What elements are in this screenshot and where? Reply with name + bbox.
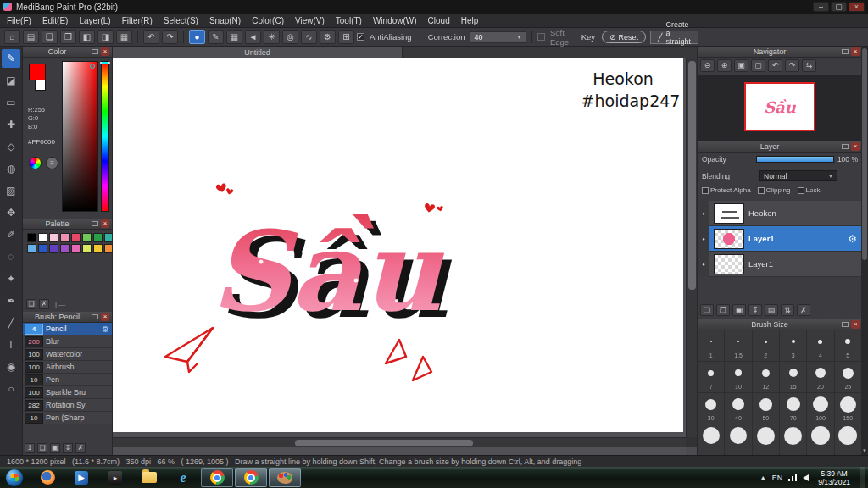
pen-tool-icon[interactable]: ✒ <box>2 291 20 310</box>
palette-swatch[interactable] <box>49 244 58 253</box>
layer-item-selected[interactable]: ● Layer1 ⚙ <box>698 226 862 252</box>
palette-swatch[interactable] <box>60 233 70 242</box>
color-slider-icon[interactable]: ≡ <box>46 157 58 169</box>
redo-icon[interactable]: ↷ <box>162 30 178 44</box>
rotate-right-icon[interactable]: ↷ <box>785 59 799 72</box>
text-tool-icon[interactable]: T <box>2 336 20 354</box>
scroll-down-icon[interactable]: ▼ <box>861 446 868 455</box>
right-panel-scrollbar[interactable]: ▼ <box>861 47 868 455</box>
snap-cross-icon[interactable]: ✳ <box>264 30 280 44</box>
bucket-tool-icon[interactable]: ◍ <box>2 159 20 178</box>
line-tool-icon[interactable]: ╱ <box>2 313 20 332</box>
popout-icon[interactable] <box>92 221 98 226</box>
palette-swatch[interactable] <box>104 244 112 253</box>
eraser-tool-icon[interactable]: ◪ <box>2 71 20 90</box>
brush-size-option[interactable]: 15 <box>780 362 807 393</box>
brush-size-option[interactable] <box>698 424 725 455</box>
taskbar-ie-button[interactable]: e <box>167 468 199 487</box>
palette-swatch[interactable] <box>71 233 81 242</box>
palette-swatch[interactable] <box>82 244 92 253</box>
gradient-tool-icon[interactable]: ▨ <box>2 181 20 200</box>
popout-icon[interactable] <box>92 314 98 319</box>
sv-marker[interactable] <box>90 64 95 69</box>
taskbar-explorer-button[interactable] <box>133 468 165 487</box>
brush-size-option[interactable]: 50 <box>753 393 780 424</box>
menu-item-help[interactable]: Help <box>461 16 479 25</box>
straight-line-button[interactable]: ╱ Create a straight line <box>650 30 698 44</box>
brush-tool-icon[interactable]: ✎ <box>2 49 20 68</box>
menu-item-tool[interactable]: Tool(T) <box>336 16 362 25</box>
language-indicator[interactable]: EN <box>772 474 783 482</box>
comment-icon[interactable]: ❐ <box>60 30 76 44</box>
brush-size-option[interactable]: 3 <box>780 330 807 362</box>
panel-left-icon[interactable]: ◧ <box>79 30 95 44</box>
palette-swatch[interactable] <box>82 233 92 242</box>
brush-size-option[interactable]: 7 <box>698 362 725 393</box>
rotate-left-icon[interactable]: ↶ <box>768 59 782 72</box>
brush-size-option[interactable]: 12 <box>753 362 780 393</box>
menu-item-cloud[interactable]: Cloud <box>428 16 450 25</box>
panel-right-icon[interactable]: ◨ <box>97 30 114 44</box>
brush-size-option[interactable]: 30 <box>698 393 725 424</box>
brush-size-option[interactable]: 10 <box>725 362 752 393</box>
brush-size-option[interactable]: 1 <box>698 330 725 362</box>
menu-item-file[interactable]: File(F) <box>7 16 31 25</box>
soft-edge-checkbox[interactable] <box>537 33 545 41</box>
layer-folder-icon[interactable]: ▣ <box>732 304 746 316</box>
move-tool-icon[interactable]: ✚ <box>2 115 20 134</box>
palette-swatch[interactable] <box>71 244 81 253</box>
brush-size-option[interactable]: 40 <box>725 393 752 424</box>
palette-swatch[interactable] <box>49 233 58 242</box>
snap-settings-icon[interactable]: ⚙ <box>320 30 336 44</box>
scrollbar-thumb[interactable] <box>688 61 696 290</box>
foreground-color-swatch[interactable] <box>29 64 46 80</box>
background-color-swatch[interactable] <box>35 80 46 91</box>
palette-swatch[interactable] <box>60 244 70 253</box>
brush-size-option[interactable]: 2 <box>753 330 780 362</box>
brush-size-option[interactable] <box>835 424 862 455</box>
brush-list-item[interactable]: 100 Sparkle Bru <box>23 386 112 399</box>
save-icon[interactable]: ▤ <box>23 30 39 44</box>
blending-dropdown[interactable]: Normal ▼ <box>760 170 837 181</box>
popout-icon[interactable] <box>842 144 849 149</box>
brush-list-item[interactable]: 100 Watercolor <box>23 348 112 361</box>
brush-folder-icon[interactable]: ▣ <box>50 443 60 453</box>
close-icon[interactable]: × <box>101 313 109 321</box>
eyedropper-tool-icon[interactable]: ◉ <box>2 358 20 376</box>
menu-item-color[interactable]: Color(C) <box>252 16 284 25</box>
minimize-button[interactable]: – <box>813 2 829 12</box>
brush-size-option[interactable]: 5 <box>835 330 862 362</box>
brush-size-option[interactable]: 20 <box>807 362 834 393</box>
fit-window-icon[interactable]: ▢ <box>751 59 765 72</box>
zoom-out-icon[interactable]: ⊖ <box>700 59 715 72</box>
download-brush-icon[interactable]: ↧ <box>63 443 73 453</box>
maximize-button[interactable]: ▢ <box>831 2 847 12</box>
show-hidden-icons[interactable]: ▲ <box>760 474 766 480</box>
clock[interactable]: 5:39 AM 9/13/2021 <box>815 469 854 486</box>
canvas-horizontal-scrollbar[interactable] <box>113 437 686 447</box>
antialiasing-checkbox[interactable]: ✓ <box>357 33 364 41</box>
feedback-icon[interactable]: ❏ <box>42 30 58 44</box>
brush-size-option[interactable] <box>780 424 807 455</box>
palette-swatch[interactable] <box>104 233 112 242</box>
brush-size-option[interactable]: 25 <box>835 362 862 393</box>
delete-brush-icon[interactable]: ✗ <box>75 443 86 453</box>
close-button[interactable]: × <box>849 2 865 12</box>
material-panel-icon[interactable]: ▦ <box>116 30 132 44</box>
menu-item-window[interactable]: Window(W) <box>373 16 417 25</box>
navigator-thumbnail[interactable]: Sầu <box>744 82 815 131</box>
flip-icon[interactable]: ⇆ <box>802 59 816 72</box>
undo-icon[interactable]: ↶ <box>143 30 159 44</box>
opacity-slider[interactable] <box>756 156 834 163</box>
snap-add-icon[interactable]: ⊞ <box>338 30 354 44</box>
start-button[interactable] <box>5 469 24 487</box>
layer-group-icon[interactable]: ▤ <box>765 304 778 316</box>
clipping-checkbox[interactable]: Clipping <box>758 186 791 194</box>
snap-parallel-icon[interactable]: ◄ <box>245 30 261 44</box>
zoom-100-icon[interactable]: ▣ <box>734 59 748 72</box>
close-icon[interactable]: × <box>101 219 109 228</box>
network-icon[interactable] <box>788 474 797 481</box>
new-layer-icon[interactable]: ❏ <box>700 304 714 316</box>
menu-item-view[interactable]: View(V) <box>295 16 325 25</box>
brush-size-option[interactable]: 100 <box>807 393 834 424</box>
